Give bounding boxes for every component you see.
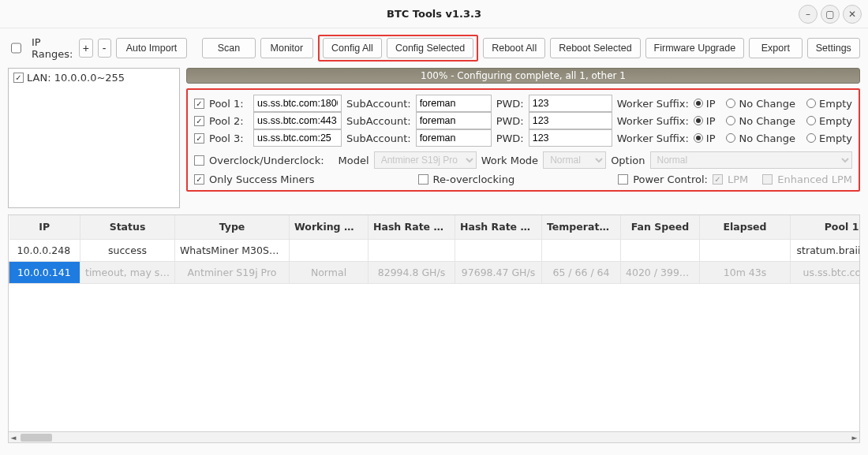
worker-suffix-label: Worker Suffix: (617, 115, 689, 127)
re-overclock-label: Re-overclocking (433, 173, 515, 185)
subaccount-label: SubAccount: (346, 132, 411, 144)
config-all-button[interactable]: Config All (323, 38, 382, 58)
pool-3-pwd-input[interactable] (529, 129, 612, 147)
remove-range-button[interactable]: - (98, 39, 111, 58)
column-header[interactable]: Working Mode (290, 215, 369, 239)
miner-table[interactable]: IPStatusTypeWorking ModeHash Rate RT ▾Ha… (9, 215, 860, 284)
column-header[interactable]: Pool 1 (791, 215, 861, 239)
minimize-button[interactable]: – (799, 5, 817, 24)
table-cell: timeout, may suc… (80, 261, 175, 283)
suffix-nochange-radio[interactable] (726, 133, 735, 143)
suffix-ip-radio[interactable] (694, 133, 703, 143)
pool-2-pwd-input[interactable] (529, 112, 612, 129)
pool-1-pwd-input[interactable] (529, 95, 612, 112)
table-cell: 65 / 66 / 64 (542, 261, 621, 283)
scroll-thumb[interactable] (21, 434, 52, 442)
ip-ranges-checkbox[interactable] (11, 43, 21, 54)
window-title: BTC Tools v1.3.3 (387, 8, 481, 20)
pool-row-2: Pool 2:SubAccount:PWD:Worker Suffix:IPNo… (194, 112, 852, 129)
scroll-left-icon[interactable]: ◄ (9, 434, 18, 442)
window-controls: – ▢ ✕ (799, 5, 862, 24)
reboot-all-button[interactable]: Reboot All (483, 38, 545, 58)
toolbar: IP Ranges: + - Auto Import Scan Monitor … (0, 28, 868, 68)
table-row[interactable]: 10.0.0.141timeout, may suc…Antminer S19j… (9, 261, 861, 283)
pool-3-checkbox[interactable] (194, 133, 204, 144)
config-panel: Pool 1:SubAccount:PWD:Worker Suffix:IPNo… (186, 88, 860, 192)
pool-3-url-input[interactable] (253, 129, 342, 147)
monitor-button[interactable]: Monitor (260, 38, 313, 58)
column-header[interactable]: Hash Rate avg (455, 215, 542, 239)
lpm-checkbox[interactable] (713, 174, 723, 185)
column-header[interactable]: IP (9, 215, 80, 239)
table-cell (700, 239, 791, 261)
pool-1-label: Pool 1: (209, 98, 249, 110)
scroll-right-icon[interactable]: ► (850, 434, 859, 442)
lan-range-item[interactable]: LAN: 10.0.0.0~255 (13, 72, 174, 84)
table-cell: 10m 43s (700, 261, 791, 283)
option-select[interactable]: Normal (650, 151, 852, 169)
workmode-select[interactable]: Normal (543, 151, 606, 169)
column-header[interactable]: Fan Speed (621, 215, 700, 239)
config-selected-button[interactable]: Config Selected (387, 38, 473, 58)
table-cell: 10.0.0.141 (9, 261, 80, 283)
pool-1-checkbox[interactable] (194, 99, 204, 109)
only-success-label: Only Success Miners (209, 173, 315, 185)
firmware-upgrade-button[interactable]: Firmware Upgrade (645, 38, 745, 58)
lan-range-label: LAN: 10.0.0.0~255 (27, 72, 125, 84)
export-button[interactable]: Export (749, 38, 802, 58)
overclock-row: Overclock/Underclock: Model Antminer S19… (194, 151, 852, 169)
maximize-button[interactable]: ▢ (821, 5, 840, 24)
pool-3-subaccount-input[interactable] (416, 129, 492, 147)
table-cell (455, 239, 542, 261)
settings-button[interactable]: Settings (807, 38, 860, 58)
suffix-nochange-radio[interactable] (726, 99, 735, 108)
ip-ranges-label: IP Ranges: (32, 36, 73, 60)
miner-table-container: IPStatusTypeWorking ModeHash Rate RT ▾Ha… (8, 214, 860, 443)
bottom-options-row: Only Success Miners Re-overclocking Powe… (194, 173, 852, 185)
subaccount-label: SubAccount: (346, 98, 411, 110)
scan-button[interactable]: Scan (202, 38, 255, 58)
ip-range-list[interactable]: LAN: 10.0.0.0~255 (8, 68, 180, 208)
column-header[interactable]: Hash Rate RT ▾ (369, 215, 455, 239)
column-header[interactable]: Type (175, 215, 290, 239)
enhanced-lpm-checkbox[interactable] (762, 174, 773, 185)
column-header[interactable]: Elapsed (700, 215, 791, 239)
overclock-label: Overclock/Underclock: (209, 155, 324, 166)
pool-2-url-input[interactable] (253, 112, 342, 129)
pool-2-checkbox[interactable] (194, 116, 204, 126)
suffix-ip-radio[interactable] (694, 99, 703, 108)
re-overclock-checkbox[interactable] (418, 174, 428, 185)
suffix-ip-radio[interactable] (694, 116, 703, 125)
suffix-empty-radio[interactable] (806, 133, 816, 143)
table-cell (542, 239, 621, 261)
only-success-checkbox[interactable] (194, 174, 204, 185)
table-row[interactable]: 10.0.0.248successWhatsMiner M30S+…stratu… (9, 239, 861, 261)
lan-range-checkbox[interactable] (13, 73, 24, 83)
suffix-empty-radio[interactable] (806, 99, 816, 108)
horizontal-scrollbar[interactable]: ◄ ► (9, 431, 859, 442)
table-cell (369, 239, 455, 261)
auto-import-button[interactable]: Auto Import (116, 38, 188, 58)
progress-text: 100% - Configuring complete, all 1, othe… (421, 70, 626, 81)
pool-2-subaccount-input[interactable] (416, 112, 492, 129)
pool-1-subaccount-input[interactable] (416, 95, 492, 112)
config-buttons-highlight: Config All Config Selected (318, 35, 478, 62)
table-cell: Normal (290, 261, 369, 283)
model-select[interactable]: Antminer S19j Pro (374, 151, 477, 169)
pool-row-1: Pool 1:SubAccount:PWD:Worker Suffix:IPNo… (194, 95, 852, 112)
table-cell: stratum.braiins.co (791, 239, 861, 261)
worker-suffix-label: Worker Suffix: (617, 132, 689, 144)
pool-1-url-input[interactable] (253, 95, 342, 112)
column-header[interactable]: Temperature (542, 215, 621, 239)
titlebar: BTC Tools v1.3.3 – ▢ ✕ (0, 0, 868, 28)
pwd-label: PWD: (496, 98, 524, 110)
power-control-checkbox[interactable] (618, 174, 628, 185)
column-header[interactable]: Status (80, 215, 175, 239)
close-button[interactable]: ✕ (843, 5, 862, 24)
reboot-selected-button[interactable]: Reboot Selected (550, 38, 640, 58)
overclock-checkbox[interactable] (194, 155, 204, 166)
subaccount-label: SubAccount: (346, 115, 411, 127)
suffix-nochange-radio[interactable] (726, 116, 735, 125)
add-range-button[interactable]: + (79, 39, 92, 58)
suffix-empty-radio[interactable] (806, 116, 816, 125)
